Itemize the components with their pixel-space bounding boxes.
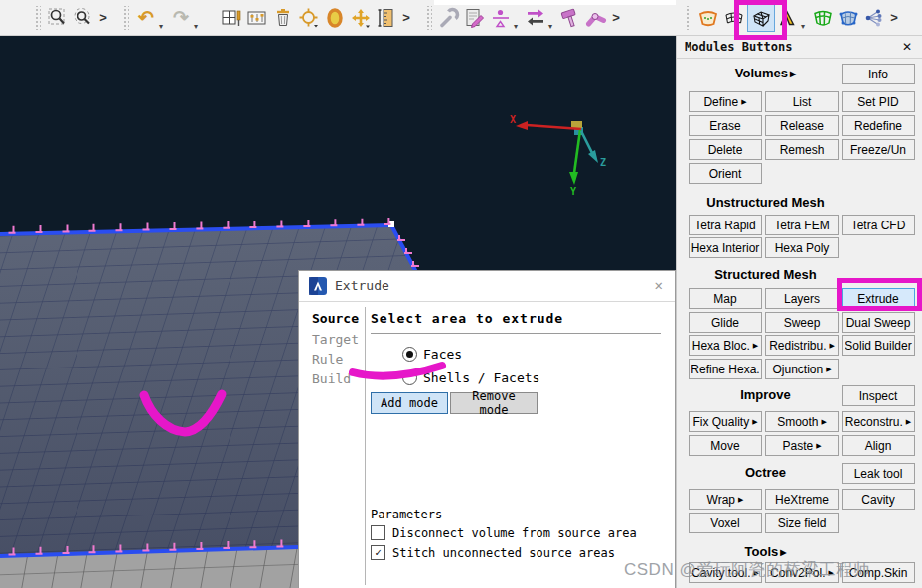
tab-build[interactable]: Build (312, 371, 351, 386)
zoom-select-icon[interactable] (45, 5, 71, 31)
btn-layers[interactable]: Layers (765, 288, 839, 309)
btn-inspect[interactable]: Inspect (842, 385, 915, 406)
align-dropdown-icon[interactable]: ▾ (514, 22, 523, 31)
btn-ojunction[interactable]: Ojunction▶ (765, 359, 839, 379)
btn-move[interactable]: Move (689, 435, 762, 456)
toolbar-grip[interactable] (685, 6, 692, 30)
btn-smooth[interactable]: Smooth▶ (765, 411, 839, 432)
tab-source[interactable]: Source (312, 311, 359, 326)
checkbox-stitch-sources[interactable]: ✓ Stitch unconnected source areas (371, 545, 615, 560)
btn-tetra-fem[interactable]: Tetra FEM (765, 215, 839, 235)
btn-conv2pol[interactable]: Conv2Pol.▶ (765, 562, 839, 583)
btn-redistribu[interactable]: Redistribu.▶ (765, 335, 839, 356)
radio-shells-control[interactable] (402, 370, 417, 385)
btn-hexa-bloc[interactable]: Hexa Bloc.▶ (689, 335, 762, 356)
toolbar-grip[interactable] (34, 6, 41, 30)
view-settings-icon[interactable] (244, 5, 270, 31)
section-header-volumes[interactable]: Volumes▶ (689, 66, 843, 80)
btn-define[interactable]: Define▶ (689, 91, 762, 112)
section-header-tools[interactable]: Tools▶ (689, 544, 843, 559)
btn-release[interactable]: Release (765, 115, 839, 136)
btn-tetra-cfd[interactable]: Tetra CFD (842, 215, 915, 235)
bend-tool-icon[interactable] (583, 5, 609, 31)
btn-reconstru[interactable]: Reconstru.▶ (842, 411, 915, 432)
move-arrows-icon[interactable] (348, 5, 374, 31)
focus-crosshair-icon[interactable] (296, 5, 322, 31)
node-links-icon[interactable] (861, 5, 887, 31)
swap-dropdown-icon[interactable]: ▾ (548, 22, 557, 31)
btn-redefine[interactable]: Redefine (842, 115, 915, 136)
radio-shells-facets[interactable]: Shells / Facets (402, 370, 539, 385)
btn-paste[interactable]: Paste▶ (765, 435, 839, 456)
tab-target[interactable]: Target (312, 332, 359, 347)
toolbar-more-icon[interactable]: > (887, 10, 901, 25)
btn-sweep[interactable]: Sweep (765, 312, 839, 333)
btn-remesh[interactable]: Remesh (765, 139, 839, 160)
mesh-volume-3d-icon[interactable] (747, 4, 775, 32)
mesh-wireframe-icon[interactable] (721, 5, 747, 31)
btn-map[interactable]: Map (689, 288, 762, 309)
wrench-settings-icon[interactable] (436, 5, 462, 31)
tab-rule[interactable]: Rule (312, 352, 343, 367)
mesh-blue-icon[interactable] (836, 5, 861, 31)
add-mode-button[interactable]: Add mode (371, 392, 448, 414)
btn-align[interactable]: Align (842, 435, 915, 456)
btn-hextreme[interactable]: HeXtreme (765, 489, 839, 510)
toolbar-more-icon[interactable]: > (609, 10, 623, 25)
toolbar-grip[interactable] (122, 6, 129, 30)
btn-dual-sweep[interactable]: Dual Sweep (842, 312, 915, 333)
btn-fix-quality[interactable]: Fix Quality▶ (689, 411, 762, 432)
mesh-surface-orange-icon[interactable] (695, 5, 721, 31)
radio-faces[interactable]: Faces (402, 347, 462, 362)
toolbar-grip[interactable] (425, 6, 432, 30)
btn-delete[interactable]: Delete (689, 139, 762, 160)
morph-dropdown-icon[interactable]: ▾ (801, 22, 810, 31)
swap-arrows-icon[interactable] (523, 5, 548, 31)
align-middle-icon[interactable] (488, 5, 514, 31)
mesh-surface-bottom[interactable] (0, 547, 308, 588)
window-tools-icon[interactable] (219, 5, 244, 31)
morph-yellow-icon[interactable] (775, 5, 801, 31)
btn-size-field[interactable]: Size field (765, 513, 839, 533)
btn-erase[interactable]: Erase (689, 115, 762, 136)
btn-voxel[interactable]: Voxel (689, 513, 762, 533)
btn-cavity-tool[interactable]: Cavity tool.▶ (689, 562, 762, 583)
redo-dropdown-icon[interactable]: ▾ (194, 22, 203, 31)
hammer-build-icon[interactable] (557, 5, 583, 31)
btn-info[interactable]: Info (842, 64, 915, 84)
btn-glide[interactable]: Glide (689, 312, 762, 333)
checkbox-control[interactable] (371, 525, 385, 540)
zoom-icon[interactable] (71, 5, 96, 31)
mesh-green-icon[interactable] (810, 5, 836, 31)
magnet-ring-icon[interactable] (322, 5, 348, 31)
panel-titlebar[interactable]: Modules Buttons ✕ (677, 36, 922, 59)
btn-hexa-interior[interactable]: Hexa Interior (689, 237, 762, 258)
dialog-close-icon[interactable]: ✕ (655, 277, 663, 293)
radio-faces-control[interactable] (402, 347, 417, 362)
measure-ruler-icon[interactable] (374, 5, 399, 31)
btn-list[interactable]: List (765, 91, 839, 112)
btn-tetra-rapid[interactable]: Tetra Rapid (689, 215, 762, 235)
redo-icon[interactable]: ↷ (168, 5, 194, 31)
btn-leak-tool[interactable]: Leak tool (842, 463, 915, 484)
checkbox-disconnect-volume[interactable]: Disconnect volume from source area (371, 525, 637, 540)
btn-set-pid[interactable]: Set PID (842, 91, 915, 112)
btn-orient[interactable]: Orient (689, 163, 762, 184)
btn-solid-builder[interactable]: Solid Builder (842, 335, 915, 356)
toolbar-more-icon[interactable]: > (96, 10, 110, 25)
btn-comp-skin[interactable]: Comp.Skin (842, 562, 915, 583)
undo-dropdown-icon[interactable]: ▾ (159, 22, 168, 31)
btn-wrap[interactable]: Wrap▶ (689, 489, 762, 510)
undo-icon[interactable]: ↶ (133, 5, 159, 31)
delete-trash-icon[interactable] (270, 5, 296, 31)
dialog-titlebar[interactable]: Extrude ✕ (299, 271, 675, 302)
btn-cavity[interactable]: Cavity (842, 489, 915, 510)
btn-hexa-poly[interactable]: Hexa Poly (765, 237, 839, 258)
btn-freeze-un[interactable]: Freeze/Un (842, 139, 915, 160)
panel-close-icon[interactable]: ✕ (902, 40, 912, 54)
btn-refine-hexa[interactable]: Refine Hexa. (689, 359, 762, 379)
btn-extrude[interactable]: Extrude (842, 288, 915, 309)
edit-notes-icon[interactable] (462, 5, 488, 31)
checkbox-control[interactable]: ✓ (371, 545, 385, 560)
remove-mode-button[interactable]: Remove mode (450, 392, 538, 414)
